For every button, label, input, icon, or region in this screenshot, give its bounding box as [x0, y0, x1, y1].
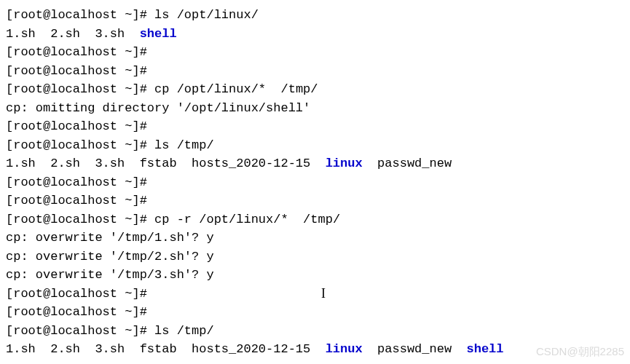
directory-name: linux [326, 342, 363, 356]
shell-prompt: [root@localhost ~]# [6, 119, 147, 133]
terminal-line: 1.sh 2.sh 3.sh fstab hosts_2020-12-15 li… [6, 340, 624, 359]
shell-prompt: [root@localhost ~]# [6, 45, 147, 59]
terminal-line: cp: overwrite '/tmp/1.sh'? y [6, 229, 624, 248]
terminal-output[interactable]: [root@localhost ~]# ls /opt/linux/1.sh 2… [6, 6, 624, 359]
terminal-line: [root@localhost ~]# [6, 191, 624, 210]
shell-prompt: [root@localhost ~]# [6, 287, 147, 301]
terminal-line: cp: overwrite '/tmp/3.sh'? y [6, 266, 624, 285]
file-listing: 1.sh 2.sh 3.sh fstab hosts_2020-12-15 [6, 342, 326, 356]
command-text: cp -r /opt/linux/* /tmp/ [154, 213, 340, 226]
shell-prompt: [root@localhost ~]# [6, 64, 147, 78]
command-text: ls /tmp/ [154, 324, 214, 338]
command-text: cp /opt/linux/* /tmp/ [154, 82, 318, 96]
terminal-line: [root@localhost ~]# ls /opt/linux/ [6, 6, 624, 25]
terminal-line: [root@localhost ~]# [6, 117, 624, 136]
terminal-line: [root@localhost ~]# ls /tmp/ [6, 322, 624, 341]
watermark-text: CSDN@朝阳2285 [536, 344, 624, 360]
file-listing: passwd_new [363, 157, 452, 170]
overwrite-prompt: cp: overwrite '/tmp/2.sh'? y [6, 250, 214, 264]
terminal-line: [root@localhost ~]# [6, 62, 624, 81]
terminal-line: [root@localhost ~]# [6, 173, 624, 192]
terminal-line: [root@localhost ~]# cp /opt/linux/* /tmp… [6, 80, 624, 99]
terminal-line: [root@localhost ~]# cp -r /opt/linux/* /… [6, 210, 624, 229]
terminal-line: [root@localhost ~]# ls /tmp/ [6, 136, 624, 155]
terminal-line: cp: overwrite '/tmp/2.sh'? y [6, 248, 624, 266]
terminal-line: 1.sh 2.sh 3.sh fstab hosts_2020-12-15 li… [6, 154, 624, 173]
shell-prompt: [root@localhost ~]# [6, 175, 147, 189]
terminal-line: [root@localhost ~]# [6, 303, 624, 322]
shell-prompt: [root@localhost ~]# [6, 194, 147, 207]
shell-prompt: [root@localhost ~]# [6, 138, 154, 152]
terminal-line: [root@localhost ~]# [6, 285, 624, 304]
error-text: cp: omitting directory '/opt/linux/shell… [6, 101, 310, 115]
terminal-line: 1.sh 2.sh 3.sh shell [6, 25, 624, 44]
overwrite-prompt: cp: overwrite '/tmp/1.sh'? y [6, 231, 214, 245]
directory-name: shell [467, 342, 504, 356]
file-listing: 1.sh 2.sh 3.sh [6, 27, 140, 41]
shell-prompt: [root@localhost ~]# [6, 305, 147, 319]
file-listing: passwd_new [363, 342, 467, 356]
overwrite-prompt: cp: overwrite '/tmp/3.sh'? y [6, 268, 214, 282]
command-text: ls /opt/linux/ [154, 8, 259, 22]
shell-prompt: [root@localhost ~]# [6, 213, 154, 226]
file-listing: 1.sh 2.sh 3.sh fstab hosts_2020-12-15 [6, 157, 326, 170]
shell-prompt: [root@localhost ~]# [6, 82, 154, 96]
shell-prompt: [root@localhost ~]# [6, 8, 154, 22]
command-text: ls /tmp/ [154, 138, 214, 152]
terminal-line: [root@localhost ~]# [6, 43, 624, 62]
directory-name: shell [140, 27, 177, 41]
directory-name: linux [326, 157, 363, 170]
terminal-line: cp: omitting directory '/opt/linux/shell… [6, 99, 624, 118]
shell-prompt: [root@localhost ~]# [6, 324, 154, 338]
